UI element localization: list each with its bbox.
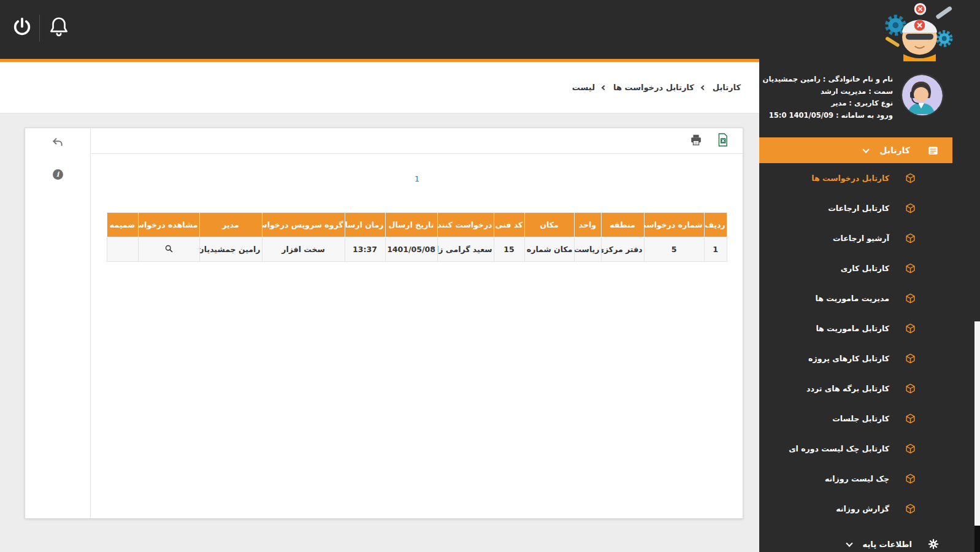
chevron-left-icon [701,85,706,90]
sidebar-item-label: کارتابل ماموریت ها [816,324,889,333]
breadcrumb-item-requests[interactable]: کارتابل درخواست ها [613,83,694,92]
sidebar-item-label: کارتابل درخواست ها [811,174,889,183]
requests-table: ردیف شماره درخواست منطقه واحد مکان کد فن… [107,212,727,262]
breadcrumb-item-list: لیست [572,83,595,92]
user-position: سمت : مدیریت ارشد [763,87,893,97]
sidebar-item-label: آرشیو ارجاعات [833,234,889,243]
sidebar-section-cartable[interactable]: کارتابل [759,137,952,163]
sidebar-item-label: کارتابل برگه های تردد [806,384,889,393]
cell-sent-date: 1401/05/08 [385,237,437,262]
chevron-down-icon [846,540,852,546]
cube-icon [905,353,916,364]
cube-icon [905,413,916,424]
pagination-page-1[interactable]: 1 [415,174,419,183]
user-avatar [901,74,944,117]
sidebar-item-meetings-cartable[interactable]: کارتابل جلسات [759,404,952,434]
col-row-no: ردیف [704,213,727,237]
cell-location: مکان شماره 1 [524,237,574,262]
sidebar-item-label: کارتابل چک لیست دوره ای [789,444,889,453]
sidebar-item-label: چک لیست روزانه [825,474,889,483]
back-button[interactable] [50,136,66,151]
col-service-group: گروه سرویس درخواستی [262,213,345,237]
power-icon [12,17,33,40]
col-sent-date: تاریخ ارسال [385,213,437,237]
sidebar-item-label: کارتابل جلسات [832,414,889,423]
pagination: 1 [91,172,743,184]
chevron-left-icon [602,85,607,90]
sidebar-section-base-data[interactable]: اطلاعات پایه [759,531,952,552]
excel-icon [716,132,729,150]
sidebar-section-label: کارتابل [879,145,910,155]
sidebar-item-missions-management[interactable]: مدیریت ماموریت ها [759,283,952,313]
sidebar-item-missions-cartable[interactable]: کارتابل ماموریت ها [759,313,952,343]
card-side-rail: i [25,128,91,518]
cell-attachment [107,237,138,262]
sidebar-item-periodic-checklist[interactable]: کارتابل چک لیست دوره ای [759,434,952,464]
col-view-request: مشاهده درخواست [138,213,199,237]
card-main: 1 ردیف شماره درخواست منطقه [91,128,743,518]
cube-icon [905,233,916,243]
cartable-icon [927,145,939,156]
table-row: 1 5 دفتر مرکزی ریاست مکان شماره 1 15 سعی… [107,237,727,262]
table-header-row: ردیف شماره درخواست منطقه واحد مکان کد فن… [107,213,727,237]
print-icon [689,133,703,149]
gear-icon [928,539,939,550]
sidebar-item-daily-report[interactable]: گزارش روزانه [759,494,952,524]
sidebar-item-cartable-requests[interactable]: کارتابل درخواست ها [759,163,952,193]
info-button[interactable]: i [50,166,66,182]
info-icon: i [53,169,63,180]
notifications-button[interactable] [45,15,72,42]
sidebar-footer-label: اطلاعات پایه [863,540,912,549]
cube-icon [905,323,916,334]
scrollbar-track[interactable] [974,321,980,552]
cell-service-group: سخت افزار [262,237,345,262]
cube-icon [905,293,916,304]
excel-export-button[interactable] [716,132,729,150]
cell-manager: رامین جمشیدیان [199,237,262,262]
sidebar-menu: کارتابل کارتابل درخواست ها کارتابل ارجاع… [759,137,952,524]
sidebar-item-label: کارتابل ارجاعات [828,204,889,213]
sidebar-item-referrals-archive[interactable]: آرشیو ارجاعات [759,223,952,253]
sidebar-item-commute-sheets[interactable]: کارتابل برگه های تردد [759,374,952,404]
app-window: کارتابل کارتابل درخواست ها لیست [0,0,980,552]
scrollbar-thumb[interactable] [974,526,980,552]
bell-icon [47,15,71,41]
view-request-button[interactable] [164,244,174,255]
cube-icon [905,203,916,213]
magnifier-icon [164,244,174,255]
card-toolbar [91,128,743,154]
cell-request-no: 5 [644,237,704,262]
col-requester: درخواست کننده [437,213,494,237]
user-info: نام و نام خانوادگی : رامین جمشیدیان سمت … [763,74,893,135]
cube-icon [905,383,916,394]
cell-sent-time: 13:37 [345,237,385,262]
sidebar-item-project-tasks[interactable]: کارتابل کارهای پروژه [759,343,952,374]
cell-requester: سعید گرامی زاده [437,237,494,262]
sidebar-item-label: کارتابل کارهای پروژه [808,354,889,363]
breadcrumb: کارتابل کارتابل درخواست ها لیست [0,62,759,113]
col-attachment: ضمیمه [107,213,138,237]
sidebar-item-work-cartable[interactable]: کارتابل کاری [759,253,952,283]
user-type: نوع کاربری : مدیر [763,99,893,109]
col-location: مکان [524,213,574,237]
sidebar-item-label: گزارش روزانه [836,504,889,513]
cell-unit: ریاست [574,237,601,262]
sidebar-item-daily-checklist[interactable]: چک لیست روزانه [759,464,952,494]
sidebar-item-cartable-referrals[interactable]: کارتابل ارجاعات [759,193,952,223]
cell-tech-code: 15 [494,237,524,262]
col-tech-code: کد فنی [494,213,524,237]
col-manager: مدیر [199,213,262,237]
print-button[interactable] [689,133,703,149]
requests-table-wrap: ردیف شماره درخواست منطقه واحد مکان کد فن… [107,212,727,262]
breadcrumb-item-cartable[interactable]: کارتابل [713,83,741,92]
power-button[interactable] [9,15,36,42]
cube-icon [905,173,916,183]
col-region: منطقه [601,213,644,237]
mascot-graphic [883,1,956,64]
col-request-no: شماره درخواست [644,213,704,237]
sidebar-item-label: مدیریت ماموریت ها [815,294,889,303]
chevron-down-icon [863,146,870,153]
cell-view-request [138,237,199,262]
col-sent-time: زمان ارسال [345,213,385,237]
user-panel: نام و نام خانوادگی : رامین جمشیدیان سمت … [759,59,952,135]
